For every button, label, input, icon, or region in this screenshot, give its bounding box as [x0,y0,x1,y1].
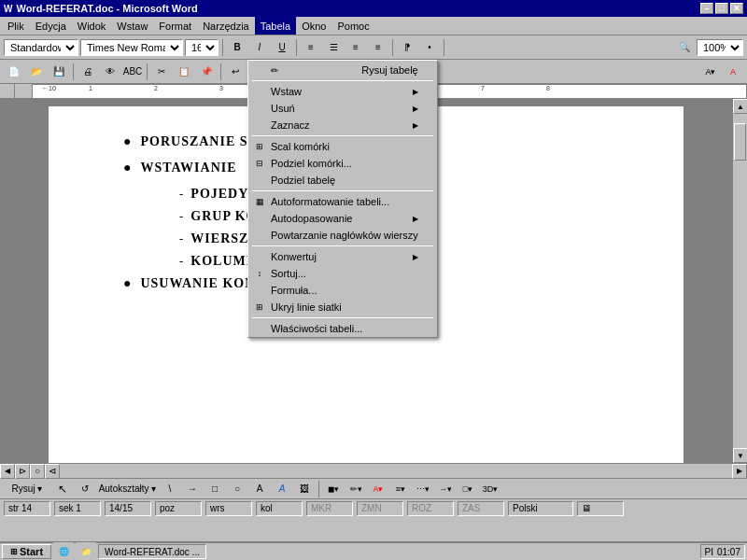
zoom-out-button[interactable]: 🔍 [674,38,695,57]
menu-sep-4 [252,245,433,246]
scroll-thumb[interactable] [734,123,746,161]
menu-pomoc[interactable]: Pomoc [331,17,374,35]
highlight-button[interactable]: A▾ [700,63,721,81]
italic-button[interactable]: I [249,38,270,57]
menu-scal[interactable]: ⊞ Scal komórki [248,138,437,155]
h-scroll-track[interactable] [60,465,732,478]
status-str: str 14 [4,501,50,516]
font-color-button-draw[interactable]: A▾ [368,480,388,498]
justify-button[interactable]: ≡ [368,38,388,57]
menu-sortuj[interactable]: ↕ Sortuj... [248,265,437,282]
toolbar-separator-3 [392,39,393,56]
start-button[interactable]: ⊞ Start [2,544,51,559]
scrollbar-horizontal[interactable]: ◀ ⊳ ○ ⊲ ▶ [0,463,747,478]
preview-button[interactable]: 👁 [100,63,120,81]
autoshapes-button[interactable]: Autokształty ▾ [97,480,158,498]
shadow-button[interactable]: □▾ [458,480,478,498]
align-left-button[interactable]: ≡ [301,38,321,57]
new-button[interactable]: 📄 [4,63,24,81]
bullets-button[interactable]: • [419,38,440,57]
bold-button[interactable]: B [227,38,247,57]
bullet-2: ● [123,161,131,175]
wordart-button[interactable]: A [272,480,292,498]
style-select[interactable]: Standardowy [4,39,78,56]
menu-tabela[interactable]: Tabela [255,17,296,35]
taskbar: ⊞ Start 🌐 📁 Word-REFERAT.doc ... PI 01:0… [0,541,747,560]
undo-button[interactable]: ↩ [225,63,246,81]
underline-button[interactable]: U [272,38,292,57]
prev-page-button[interactable]: ⊳ [15,464,30,479]
arrow-style-button[interactable]: →▾ [435,480,456,498]
oval-button[interactable]: ○ [227,480,247,498]
menu-ukryj[interactable]: ⊞ Ukryj linie siatki [248,299,437,315]
scroll-left-button[interactable]: ◀ [0,464,15,479]
font-select[interactable]: Times New Roman [80,39,183,56]
rotate-button[interactable]: ↺ [75,480,95,498]
dash-style-button[interactable]: ⋯▾ [413,480,433,498]
scroll-track[interactable] [733,114,747,448]
menu-wlasciwosci[interactable]: Właściwości tabeli... [248,320,437,337]
menu-konwertuj[interactable]: Konwertuj [248,248,437,265]
menu-autodopasowanie[interactable]: Autodopasowanie [248,210,437,227]
numbering-button[interactable]: ⁋ [397,38,417,57]
align-center-button[interactable]: ☰ [323,38,344,57]
menu-edycja[interactable]: Edycja [30,17,72,35]
clipart-button[interactable]: 🖼 [294,480,315,498]
menu-narzedzia[interactable]: Narzędzia [197,17,255,35]
print-button[interactable]: 🖨 [78,63,98,81]
select-browse-button[interactable]: ○ [30,464,45,479]
textbox-button[interactable]: A [249,480,270,498]
scroll-up-button[interactable]: ▲ [733,99,747,114]
menu-usun[interactable]: Usuń [248,100,437,117]
size-select[interactable]: 16 [185,39,218,56]
cursor-button[interactable]: ↖ [52,480,73,498]
dash-3: - [179,231,183,246]
menu-widok[interactable]: Widok [72,17,112,35]
scroll-down-button[interactable]: ▼ [733,448,747,463]
line-button[interactable]: \ [160,480,180,498]
line-style-button[interactable]: ≡▾ [390,480,411,498]
fontcolor-button[interactable]: A [723,63,743,81]
menu-rysuj-tabele[interactable]: ✏ Rysuj tabelę [248,61,437,78]
arrow-button[interactable]: → [182,480,203,498]
menu-autoformat[interactable]: ▦ Autoformatowanie tabeli... [248,193,437,210]
minimize-button[interactable]: – [700,3,713,14]
taskbar-icon-2[interactable]: 📁 [76,542,96,560]
draw-button[interactable]: Rysuj ▾ [4,480,50,498]
status-sek: sek 1 [54,501,101,516]
menu-zaznacz[interactable]: Zaznacz [248,117,437,133]
line-color-button[interactable]: ✏▾ [345,480,366,498]
3d-button[interactable]: 3D▾ [480,480,500,498]
menu-wstaw[interactable]: Wstaw [248,83,437,100]
toolbar-separator-6 [147,63,148,80]
next-page-button[interactable]: ⊲ [45,464,60,479]
podziel-komorki-label: Podziel komórki... [271,158,352,169]
menu-format[interactable]: Format [153,17,197,35]
scrollbar-vertical[interactable]: ▲ ▼ [732,99,747,463]
menu-formulas[interactable]: Formuła... [248,282,437,299]
menu-plik[interactable]: Plik [2,17,30,35]
maximize-button[interactable]: □ [715,3,728,14]
spellcheck-button[interactable]: ABC [122,63,143,81]
menu-wstaw[interactable]: Wstaw [111,17,153,35]
menu-podziel-komorki[interactable]: ⊟ Podziel komórki... [248,155,437,172]
save-button[interactable]: 💾 [49,63,69,81]
rect-button[interactable]: □ [204,480,225,498]
zoom-select[interactable]: 100% [697,39,743,56]
fill-color-button[interactable]: ◼▾ [323,480,344,498]
copy-button[interactable]: 📋 [174,63,194,81]
align-right-button[interactable]: ≡ [345,38,366,57]
open-button[interactable]: 📂 [26,63,47,81]
taskbar-word[interactable]: Word-REFERAT.doc ... [98,544,206,559]
toolbar-separator-5 [73,63,74,80]
menu-okno[interactable]: Okno [296,17,331,35]
cut-button[interactable]: ✂ [151,63,172,81]
paste-button[interactable]: 📌 [196,63,217,81]
menu-powtarzanie[interactable]: Powtarzanie nagłówków wierszy [248,227,437,244]
close-button[interactable]: ✕ [730,3,743,14]
podziel-komorki-icon: ⊟ [252,157,267,170]
scroll-right-button[interactable]: ▶ [732,464,747,479]
menu-podziel-tabele[interactable]: Podziel tabelę [248,172,437,189]
status-lang: Polski [508,501,573,516]
taskbar-icon-1[interactable]: 🌐 [53,542,74,560]
